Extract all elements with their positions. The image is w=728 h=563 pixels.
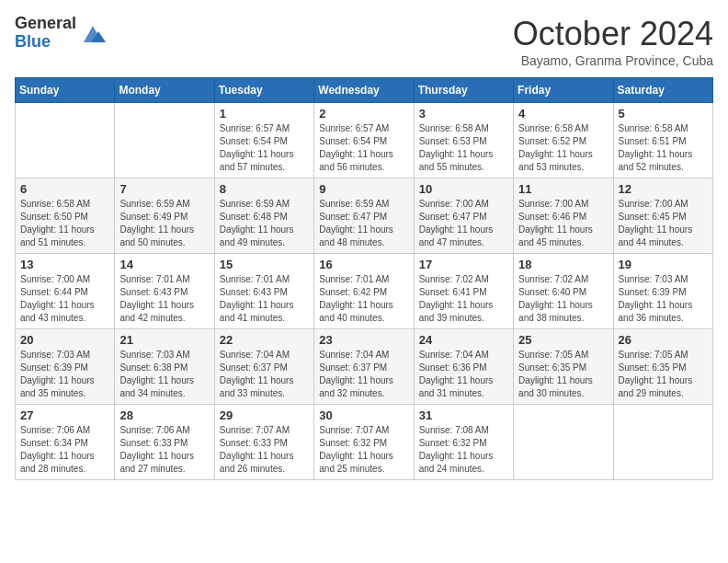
month-title: October 2024 xyxy=(513,15,713,53)
day-detail: Sunrise: 7:00 AM Sunset: 6:44 PM Dayligh… xyxy=(20,273,109,325)
day-number: 1 xyxy=(220,107,309,121)
calendar-table: SundayMondayTuesdayWednesdayThursdayFrid… xyxy=(15,77,713,480)
day-detail: Sunrise: 6:57 AM Sunset: 6:54 PM Dayligh… xyxy=(319,122,408,174)
day-number: 21 xyxy=(119,333,209,347)
day-number: 25 xyxy=(518,333,608,347)
day-detail: Sunrise: 7:07 AM Sunset: 6:32 PM Dayligh… xyxy=(319,424,408,476)
calendar-cell: 9Sunrise: 6:59 AM Sunset: 6:47 PM Daylig… xyxy=(314,178,414,254)
title-area: October 2024 Bayamo, Granma Province, Cu… xyxy=(513,15,713,68)
day-detail: Sunrise: 7:07 AM Sunset: 6:33 PM Dayligh… xyxy=(220,424,309,476)
day-number: 28 xyxy=(119,408,209,422)
calendar-week-row: 20Sunrise: 7:03 AM Sunset: 6:39 PM Dayli… xyxy=(16,329,713,405)
day-number: 7 xyxy=(119,182,209,196)
calendar-cell: 31Sunrise: 7:08 AM Sunset: 6:32 PM Dayli… xyxy=(414,405,513,480)
day-detail: Sunrise: 7:06 AM Sunset: 6:34 PM Dayligh… xyxy=(20,424,109,476)
day-detail: Sunrise: 6:58 AM Sunset: 6:51 PM Dayligh… xyxy=(619,122,708,174)
calendar-cell: 20Sunrise: 7:03 AM Sunset: 6:39 PM Dayli… xyxy=(16,329,115,405)
day-detail: Sunrise: 7:02 AM Sunset: 6:41 PM Dayligh… xyxy=(419,273,508,325)
calendar-cell: 14Sunrise: 7:01 AM Sunset: 6:43 PM Dayli… xyxy=(115,254,214,329)
day-number: 10 xyxy=(419,182,508,196)
calendar-cell: 13Sunrise: 7:00 AM Sunset: 6:44 PM Dayli… xyxy=(16,254,115,329)
day-detail: Sunrise: 7:04 AM Sunset: 6:36 PM Dayligh… xyxy=(419,349,508,400)
day-number: 11 xyxy=(518,182,608,196)
day-number: 3 xyxy=(419,107,508,121)
logo-icon xyxy=(80,20,106,46)
calendar-cell: 2Sunrise: 6:57 AM Sunset: 6:54 PM Daylig… xyxy=(314,103,414,178)
calendar-cell xyxy=(514,405,613,480)
weekday-header: Monday xyxy=(115,78,214,103)
day-detail: Sunrise: 7:08 AM Sunset: 6:32 PM Dayligh… xyxy=(419,424,508,476)
calendar-cell: 16Sunrise: 7:01 AM Sunset: 6:42 PM Dayli… xyxy=(314,254,414,329)
day-number: 18 xyxy=(518,258,608,271)
day-number: 30 xyxy=(319,408,408,422)
calendar-cell: 7Sunrise: 6:59 AM Sunset: 6:49 PM Daylig… xyxy=(115,178,214,254)
calendar-cell: 18Sunrise: 7:02 AM Sunset: 6:40 PM Dayli… xyxy=(514,254,613,329)
day-number: 12 xyxy=(619,182,708,196)
day-number: 15 xyxy=(220,258,309,271)
calendar-cell xyxy=(613,405,712,480)
calendar-cell: 21Sunrise: 7:03 AM Sunset: 6:38 PM Dayli… xyxy=(115,329,214,405)
weekday-header: Sunday xyxy=(16,78,115,103)
day-detail: Sunrise: 7:02 AM Sunset: 6:40 PM Dayligh… xyxy=(518,273,608,325)
day-detail: Sunrise: 7:05 AM Sunset: 6:35 PM Dayligh… xyxy=(619,349,708,400)
day-number: 8 xyxy=(220,182,309,196)
day-detail: Sunrise: 6:57 AM Sunset: 6:54 PM Dayligh… xyxy=(220,122,309,174)
calendar-cell xyxy=(115,103,214,178)
calendar-cell: 5Sunrise: 6:58 AM Sunset: 6:51 PM Daylig… xyxy=(613,103,712,178)
calendar-cell: 6Sunrise: 6:58 AM Sunset: 6:50 PM Daylig… xyxy=(16,178,115,254)
day-detail: Sunrise: 7:06 AM Sunset: 6:33 PM Dayligh… xyxy=(119,424,209,476)
day-number: 6 xyxy=(20,182,109,196)
day-detail: Sunrise: 7:00 AM Sunset: 6:47 PM Dayligh… xyxy=(419,198,508,249)
logo: General Blue xyxy=(15,15,106,52)
day-number: 26 xyxy=(619,333,708,347)
calendar-cell: 24Sunrise: 7:04 AM Sunset: 6:36 PM Dayli… xyxy=(414,329,513,405)
day-number: 23 xyxy=(319,333,408,347)
calendar-cell: 28Sunrise: 7:06 AM Sunset: 6:33 PM Dayli… xyxy=(115,405,214,480)
day-number: 2 xyxy=(319,107,408,121)
calendar-cell: 25Sunrise: 7:05 AM Sunset: 6:35 PM Dayli… xyxy=(514,329,613,405)
day-detail: Sunrise: 7:03 AM Sunset: 6:38 PM Dayligh… xyxy=(119,349,209,400)
day-number: 24 xyxy=(419,333,508,347)
calendar-cell: 10Sunrise: 7:00 AM Sunset: 6:47 PM Dayli… xyxy=(414,178,513,254)
weekday-header: Friday xyxy=(514,78,613,103)
weekday-header: Wednesday xyxy=(314,78,414,103)
day-detail: Sunrise: 7:00 AM Sunset: 6:46 PM Dayligh… xyxy=(518,198,608,249)
calendar-cell: 19Sunrise: 7:03 AM Sunset: 6:39 PM Dayli… xyxy=(613,254,712,329)
calendar-cell: 3Sunrise: 6:58 AM Sunset: 6:53 PM Daylig… xyxy=(414,103,513,178)
day-number: 31 xyxy=(419,408,508,422)
day-detail: Sunrise: 7:04 AM Sunset: 6:37 PM Dayligh… xyxy=(319,349,408,400)
logo-general: General xyxy=(15,15,76,33)
day-number: 16 xyxy=(319,258,408,271)
calendar-cell: 26Sunrise: 7:05 AM Sunset: 6:35 PM Dayli… xyxy=(613,329,712,405)
weekday-header: Saturday xyxy=(613,78,712,103)
calendar-week-row: 1Sunrise: 6:57 AM Sunset: 6:54 PM Daylig… xyxy=(16,103,713,178)
calendar-cell: 30Sunrise: 7:07 AM Sunset: 6:32 PM Dayli… xyxy=(314,405,414,480)
calendar-cell: 27Sunrise: 7:06 AM Sunset: 6:34 PM Dayli… xyxy=(16,405,115,480)
logo-blue: Blue xyxy=(15,33,76,52)
calendar-cell: 23Sunrise: 7:04 AM Sunset: 6:37 PM Dayli… xyxy=(314,329,414,405)
calendar-cell: 17Sunrise: 7:02 AM Sunset: 6:41 PM Dayli… xyxy=(414,254,513,329)
calendar-cell: 29Sunrise: 7:07 AM Sunset: 6:33 PM Dayli… xyxy=(214,405,313,480)
day-detail: Sunrise: 6:58 AM Sunset: 6:52 PM Dayligh… xyxy=(518,122,608,174)
calendar-week-row: 6Sunrise: 6:58 AM Sunset: 6:50 PM Daylig… xyxy=(16,178,713,254)
day-detail: Sunrise: 7:01 AM Sunset: 6:43 PM Dayligh… xyxy=(119,273,209,325)
subtitle: Bayamo, Granma Province, Cuba xyxy=(513,53,713,68)
page-header: General Blue October 2024 Bayamo, Granma… xyxy=(15,15,713,68)
day-detail: Sunrise: 6:59 AM Sunset: 6:48 PM Dayligh… xyxy=(220,198,309,249)
day-number: 19 xyxy=(619,258,708,271)
calendar-cell: 4Sunrise: 6:58 AM Sunset: 6:52 PM Daylig… xyxy=(514,103,613,178)
day-number: 29 xyxy=(220,408,309,422)
day-detail: Sunrise: 7:03 AM Sunset: 6:39 PM Dayligh… xyxy=(619,273,708,325)
day-number: 20 xyxy=(20,333,109,347)
calendar-cell: 12Sunrise: 7:00 AM Sunset: 6:45 PM Dayli… xyxy=(613,178,712,254)
calendar-header-row: SundayMondayTuesdayWednesdayThursdayFrid… xyxy=(16,78,713,103)
day-number: 22 xyxy=(220,333,309,347)
day-number: 5 xyxy=(619,107,708,121)
day-number: 4 xyxy=(518,107,608,121)
day-number: 27 xyxy=(20,408,109,422)
day-detail: Sunrise: 7:01 AM Sunset: 6:42 PM Dayligh… xyxy=(319,273,408,325)
weekday-header: Thursday xyxy=(414,78,513,103)
day-number: 14 xyxy=(119,258,209,271)
calendar-week-row: 13Sunrise: 7:00 AM Sunset: 6:44 PM Dayli… xyxy=(16,254,713,329)
calendar-cell: 8Sunrise: 6:59 AM Sunset: 6:48 PM Daylig… xyxy=(214,178,313,254)
